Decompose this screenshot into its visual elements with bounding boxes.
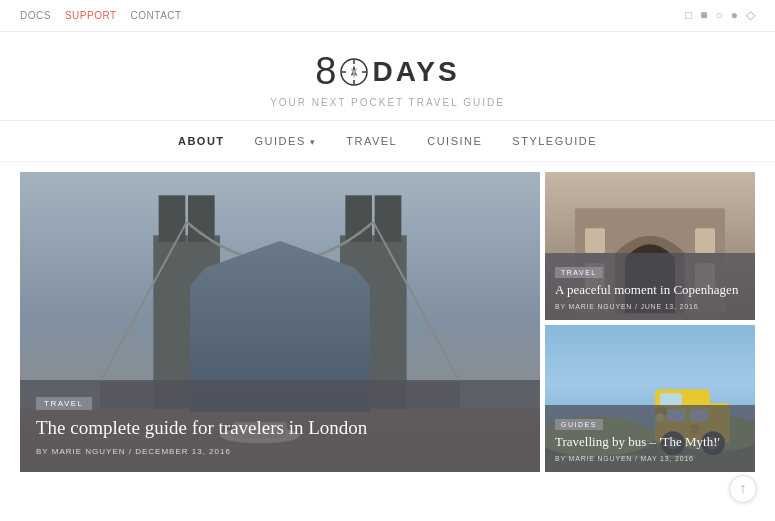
svg-rect-15 — [375, 195, 402, 242]
contact-link[interactable]: CONTACT — [131, 10, 182, 21]
logo[interactable]: 8 DAYS — [0, 50, 775, 93]
support-link[interactable]: SUPPORT — [65, 10, 117, 21]
instagram-icon[interactable]: ◇ — [746, 8, 755, 23]
card-top-overlay: TRAVEL A peaceful moment in Copenhagen B… — [545, 253, 755, 320]
featured-post[interactable]: TRAVEL The complete guide for travelers … — [20, 172, 540, 472]
docs-link[interactable]: DOCS — [20, 10, 51, 21]
nav-travel[interactable]: TRAVEL — [346, 135, 397, 147]
twitter-icon[interactable]: ■ — [700, 8, 707, 23]
featured-overlay: TRAVEL The complete guide for travelers … — [20, 380, 540, 472]
card-bottom-overlay: GUIDES Travelling by bus – 'The Myth!' B… — [545, 405, 755, 472]
compass-icon — [338, 56, 370, 88]
nav-cuisine[interactable]: CUISINE — [427, 135, 482, 147]
pinterest-icon[interactable]: ● — [731, 8, 738, 23]
side-cards: TRAVEL A peaceful moment in Copenhagen B… — [545, 172, 755, 472]
scroll-to-top-button[interactable]: ↑ — [729, 475, 757, 503]
card-top-meta: BY MARIE NGUYEN / JUNE 13, 2016 — [555, 303, 745, 310]
svg-rect-26 — [695, 228, 715, 253]
svg-rect-40 — [660, 393, 682, 405]
card-bottom-meta: BY MARIE NGUYEN / MAY 13, 2016 — [555, 455, 745, 462]
featured-title: The complete guide for travelers in Lond… — [36, 416, 524, 441]
card-top-category: TRAVEL — [555, 267, 603, 278]
side-card-top[interactable]: TRAVEL A peaceful moment in Copenhagen B… — [545, 172, 755, 320]
main-nav: ABOUT GUIDES TRAVEL CUISINE STYLEGUIDE — [0, 121, 775, 162]
featured-category: TRAVEL — [36, 397, 92, 410]
facebook-icon[interactable]: □ — [685, 8, 692, 23]
google-icon[interactable]: ○ — [716, 8, 723, 23]
featured-meta: BY MARIE NGUYEN / DECEMBER 13, 2016 — [36, 447, 524, 456]
top-bar: DOCS SUPPORT CONTACT □ ■ ○ ● ◇ — [0, 0, 775, 32]
card-top-title: A peaceful moment in Copenhagen — [555, 282, 745, 299]
logo-tagline: YOUR NEXT POCKET TRAVEL GUIDE — [0, 97, 775, 108]
card-bottom-category: GUIDES — [555, 419, 603, 430]
logo-days: DAYS — [372, 56, 459, 88]
content-grid: TRAVEL The complete guide for travelers … — [0, 162, 775, 482]
nav-styleguide[interactable]: STYLEGUIDE — [512, 135, 597, 147]
social-links: □ ■ ○ ● ◇ — [685, 8, 755, 23]
top-nav: DOCS SUPPORT CONTACT — [20, 10, 182, 21]
svg-rect-25 — [585, 228, 605, 253]
nav-guides[interactable]: GUIDES — [255, 135, 317, 147]
side-card-bottom[interactable]: VW GUIDES Travelling by bus – 'The Myth!… — [545, 325, 755, 473]
svg-rect-12 — [159, 195, 186, 242]
site-header: 8 DAYS YOUR NEXT POCKET TRAVEL GUIDE — [0, 32, 775, 121]
logo-number: 8 — [315, 50, 336, 93]
card-bottom-title: Travelling by bus – 'The Myth!' — [555, 434, 745, 451]
nav-about[interactable]: ABOUT — [178, 135, 225, 147]
